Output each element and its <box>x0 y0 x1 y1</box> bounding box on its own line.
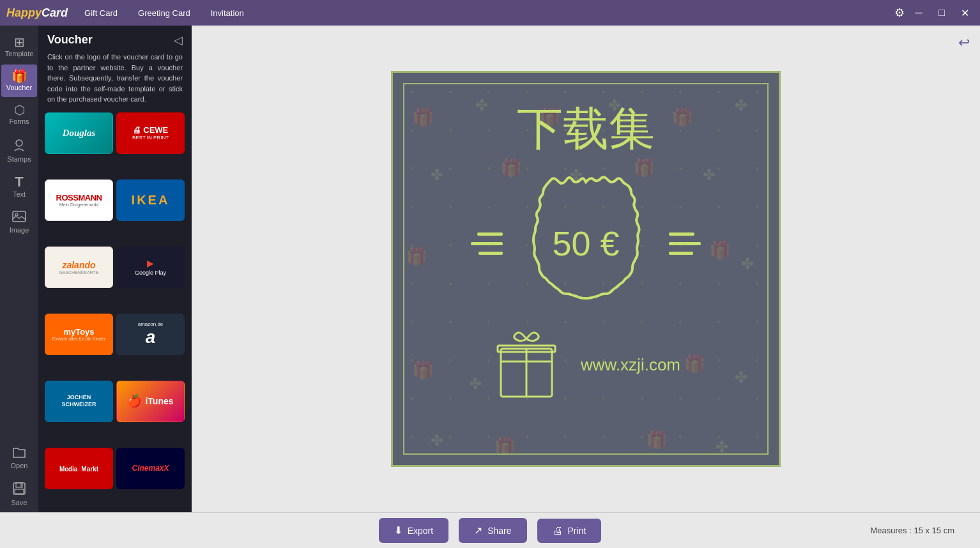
mytoys-tagline: Einfach alles für die Kinder <box>52 337 105 341</box>
sidebar-label-template: Template <box>5 50 34 58</box>
export-icon: ⬇ <box>394 524 402 537</box>
voucher-card-mediamarkt[interactable]: Media●Markt <box>45 448 113 489</box>
voucher-card-zalando[interactable]: zalando GESCHENKKARTE <box>45 247 113 288</box>
googleplay-logo: Google Play <box>135 270 166 276</box>
mediamarkt-logo: Media●Markt <box>59 466 98 473</box>
card-title: 下载集 <box>517 103 655 154</box>
stamp-container: 50 € <box>471 173 701 314</box>
measures-container: Measures : 15 x 15 cm <box>870 526 954 535</box>
ray-left-1 <box>477 232 503 236</box>
amazon-logo: a <box>146 327 156 347</box>
template-icon: ⊞ <box>14 36 25 49</box>
cinemaxx-logo: CinemaxX <box>132 464 169 473</box>
ray-right-1 <box>669 232 694 236</box>
mytoys-logo: myToys <box>63 327 94 337</box>
sidebar-item-voucher[interactable]: 🎁 Voucher <box>1 65 37 97</box>
nav-menu: Gift Card Greeting Card Invitation <box>80 6 248 20</box>
voucher-grid: Douglas 🖨 CEWE BEST IN PRINT ROSSMANN Me… <box>38 112 192 513</box>
stamps-icon <box>12 138 26 154</box>
sidebar-item-text[interactable]: T Text <box>1 170 37 204</box>
voucher-card-mytoys[interactable]: myToys Einfach alles für die Kinder <box>45 314 113 355</box>
card-bottom: www.xzji.com <box>491 326 680 403</box>
zalando-logo: zalando <box>62 260 95 270</box>
voucher-card-douglas[interactable]: Douglas <box>45 112 113 154</box>
panel-description: Click on the logo of the voucher card to… <box>38 52 192 112</box>
share-label: Share <box>487 526 511 536</box>
export-label: Export <box>408 526 433 536</box>
svg-point-0 <box>16 140 22 146</box>
sidebar-item-open[interactable]: Open <box>1 441 37 475</box>
voucher-card-cinemaxx[interactable]: CinemaxX <box>116 448 185 489</box>
maximize-button[interactable]: □ <box>933 4 951 22</box>
cewe-logo: 🖨 CEWE <box>133 125 169 135</box>
voucher-card-jochen[interactable]: JOCHENSCHWEIZER <box>45 381 113 422</box>
print-button[interactable]: 🖨 Print <box>537 519 602 543</box>
share-button[interactable]: ↗ Share <box>459 518 526 543</box>
voucher-card-googleplay[interactable]: ▶ Google Play <box>116 247 185 288</box>
open-icon <box>12 446 26 460</box>
ray-left-3 <box>479 252 503 255</box>
save-icon <box>12 482 26 498</box>
text-icon: T <box>15 175 23 189</box>
sidebar-item-forms[interactable]: ⬡ Forms <box>1 98 37 131</box>
settings-button[interactable]: ⚙ <box>894 6 905 20</box>
sidebar-label-stamps: Stamps <box>7 155 31 164</box>
sidebar-label-image: Image <box>10 226 29 234</box>
right-rays <box>669 232 701 255</box>
nav-greeting-card[interactable]: Greeting Card <box>134 6 194 20</box>
share-icon: ↗ <box>474 524 482 537</box>
nav-invitation[interactable]: Invitation <box>207 6 248 20</box>
panel-title: Voucher <box>47 33 93 47</box>
itunes-logo: iTunes <box>145 396 173 406</box>
panel-close-button[interactable]: ◁ <box>174 34 183 46</box>
title-bar-right: ⚙ ─ □ ✕ <box>894 4 974 22</box>
nav-gift-card[interactable]: Gift Card <box>80 6 121 20</box>
image-icon <box>12 210 26 225</box>
voucher-card-ikea[interactable]: IKEA <box>116 179 185 221</box>
print-label: Print <box>568 526 586 536</box>
measures-value: 15 x 15 cm <box>914 526 954 535</box>
wavy-badge-container: 50 € <box>516 173 656 314</box>
card-inner-border: 下载集 <box>403 83 769 455</box>
sidebar: ⊞ Template 🎁 Voucher ⬡ Forms Stamps T Te… <box>0 26 38 512</box>
website-text: www.xzji.com <box>581 355 680 375</box>
ray-right-2 <box>669 242 701 245</box>
jochen-logo: JOCHENSCHWEIZER <box>62 394 96 409</box>
sidebar-label-text: Text <box>13 190 26 199</box>
rossmann-tagline: Mein Drogeriemarkt <box>59 202 98 207</box>
sidebar-label-save: Save <box>11 499 27 507</box>
ikea-logo: IKEA <box>132 193 170 208</box>
sidebar-label-forms: Forms <box>9 118 29 126</box>
svg-rect-5 <box>15 489 24 494</box>
sidebar-item-template[interactable]: ⊞ Template <box>1 31 37 63</box>
cewe-tagline: BEST IN PRINT <box>132 135 169 141</box>
sidebar-item-image[interactable]: Image <box>1 205 37 240</box>
minimize-button[interactable]: ─ <box>910 4 928 22</box>
apple-icon: 🍎 <box>127 394 141 408</box>
sidebar-label-voucher: Voucher <box>6 84 32 92</box>
card-canvas: 🎁 ✤ 🎁 ✤ 🎁 ✤ ✤ 🎁 ✤ 🎁 ✤ 🎁 🎁 ✤ 🎁 ✤ 🎁 <box>391 71 781 467</box>
voucher-icon: 🎁 <box>11 70 27 82</box>
sidebar-item-save[interactable]: Save <box>1 476 37 512</box>
title-bar-left: HappyCard Gift Card Greeting Card Invita… <box>6 6 248 20</box>
zalando-tagline: GESCHENKKARTE <box>59 270 99 275</box>
svg-point-2 <box>15 213 18 216</box>
amazon-domain: amazon.de <box>138 321 164 327</box>
voucher-card-cewe[interactable]: 🖨 CEWE BEST IN PRINT <box>116 112 185 154</box>
website-container: www.xzji.com <box>581 355 680 375</box>
wavy-circle-svg <box>516 173 656 314</box>
douglas-logo: Douglas <box>60 125 98 141</box>
sidebar-item-stamps[interactable]: Stamps <box>1 133 37 169</box>
close-button[interactable]: ✕ <box>956 4 974 22</box>
voucher-panel: Voucher ◁ Click on the logo of the vouch… <box>38 26 192 512</box>
voucher-card-itunes[interactable]: 🍎 iTunes <box>116 381 185 422</box>
voucher-card-rossmann[interactable]: ROSSMANN Mein Drogeriemarkt <box>45 179 113 221</box>
undo-button[interactable]: ↩ <box>958 34 970 51</box>
gift-icon-svg <box>491 326 562 403</box>
export-button[interactable]: ⬇ Export <box>379 518 448 543</box>
measures-label: Measures : <box>870 526 911 535</box>
canvas-area: ↩ 🎁 ✤ 🎁 ✤ 🎁 ✤ ✤ 🎁 ✤ 🎁 ✤ 🎁 🎁 ✤ <box>192 26 980 512</box>
svg-rect-3 <box>13 483 25 494</box>
voucher-card-amazon[interactable]: amazon.de a <box>116 314 185 355</box>
panel-header: Voucher ◁ <box>38 26 192 52</box>
